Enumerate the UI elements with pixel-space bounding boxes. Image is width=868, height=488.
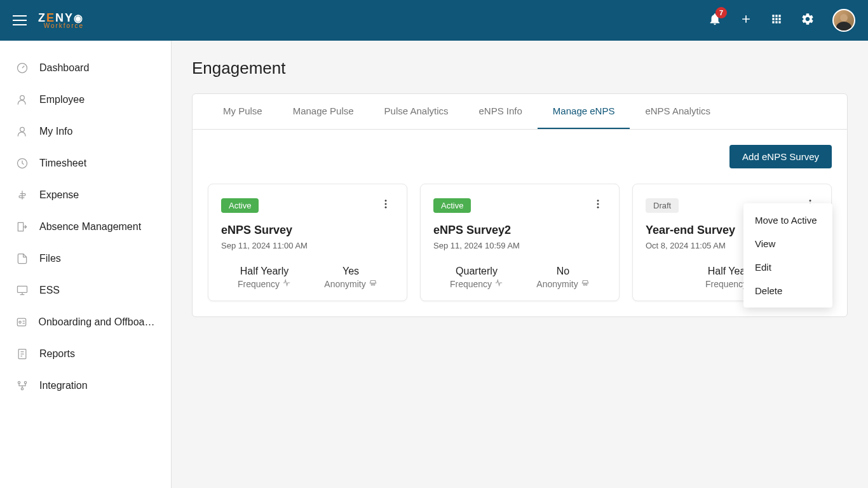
svg-point-11 (21, 388, 23, 390)
card-title: eNPS Survey (221, 224, 394, 237)
card-date: Sep 11, 2024 10:59 AM (433, 241, 606, 250)
sidebar-item-expense[interactable]: Expense (0, 179, 171, 211)
action-bar: Add eNPS Survey (208, 145, 832, 168)
card-date: Sep 11, 2024 11:00 AM (221, 241, 394, 250)
sidebar-item-timesheet[interactable]: Timesheet (0, 147, 171, 179)
sidebar-item-integration[interactable]: Integration (0, 370, 171, 402)
apps-button[interactable] (770, 13, 783, 28)
settings-button[interactable] (801, 12, 815, 29)
survey-cards: Active eNPS Survey Sep 11, 2024 11:00 AM… (208, 184, 832, 301)
add-button[interactable] (740, 13, 752, 28)
sidebar-item-label: Timesheet (39, 158, 86, 169)
tab-my-pulse[interactable]: My Pulse (208, 94, 278, 129)
sidebar-item-label: My Info (39, 126, 72, 137)
notification-badge: 7 (715, 7, 727, 18)
card-dropdown-menu: Move to Active View Edit Delete (743, 203, 832, 308)
survey-card: Draft Year-end Survey Oct 8, 2024 11:05 … (632, 184, 832, 301)
gear-icon (801, 12, 815, 26)
status-badge: Active (221, 198, 259, 213)
svg-rect-4 (18, 222, 23, 231)
survey-card: Active eNPS Survey2 Sep 11, 2024 10:59 A… (420, 184, 620, 301)
stat-frequency: Quarterly Frequency (433, 266, 520, 289)
card-header: Active (433, 196, 606, 215)
more-vert-icon (592, 198, 604, 210)
sidebar-item-employee[interactable]: Employee (0, 84, 171, 116)
grid-icon (770, 13, 783, 25)
stat-label: Frequency (221, 278, 308, 289)
plus-icon (740, 13, 752, 25)
tab-manage-enps[interactable]: Manage eNPS (538, 94, 630, 129)
sidebar-item-label: Onboarding and Offboardi... (39, 316, 156, 328)
sidebar-item-files[interactable]: Files (0, 243, 171, 274)
dropdown-item-edit[interactable]: Edit (743, 255, 832, 279)
tab-pulse-analytics[interactable]: Pulse Analytics (369, 94, 464, 129)
stat-value: No (520, 266, 606, 277)
gauge-icon (15, 61, 29, 75)
sidebar-item-reports[interactable]: Reports (0, 338, 171, 370)
sidebar-item-myinfo[interactable]: My Info (0, 116, 171, 147)
header-left: ZENY◉ Workforce (13, 12, 84, 29)
stat-value: Quarterly (433, 266, 520, 277)
card-stats: Half Yearly Frequency Yes Anonymity (221, 266, 394, 289)
sidebar: Dashboard Employee My Info Timesheet Exp… (0, 41, 172, 488)
svg-point-7 (19, 321, 21, 323)
svg-point-19 (597, 207, 599, 208)
sidebar-item-onboarding[interactable]: Onboarding and Offboardi... (0, 306, 171, 338)
notifications-button[interactable]: 7 (708, 12, 722, 29)
exit-icon (15, 220, 29, 234)
svg-point-2 (20, 127, 25, 132)
page-title: Engagement (192, 58, 848, 78)
sidebar-item-label: Dashboard (39, 62, 89, 74)
card-stats: Quarterly Frequency No Anonymity (433, 266, 606, 289)
person-icon (15, 93, 29, 107)
person-icon (15, 125, 29, 139)
stat-anonymity: Yes Anonymity (308, 266, 394, 289)
pulse-icon (282, 278, 291, 289)
svg-point-14 (385, 207, 387, 208)
app-logo: ZENY◉ Workforce (38, 12, 84, 29)
sidebar-item-label: Files (39, 253, 61, 264)
svg-point-17 (597, 200, 599, 201)
stat-value: Yes (308, 266, 394, 277)
clock-icon (15, 156, 29, 170)
svg-point-10 (24, 381, 26, 383)
tabs: My Pulse Manage Pulse Pulse Analytics eN… (193, 94, 847, 130)
svg-point-9 (18, 381, 20, 383)
tab-enps-info[interactable]: eNPS Info (463, 94, 537, 129)
sidebar-item-absence[interactable]: Absence Management (0, 211, 171, 243)
status-badge: Draft (646, 198, 679, 213)
menu-toggle-button[interactable] (13, 15, 27, 25)
svg-point-21 (585, 284, 587, 285)
user-avatar[interactable] (832, 9, 855, 32)
anonymity-icon (581, 278, 590, 289)
main-content: Engagement My Pulse Manage Pulse Pulse A… (172, 41, 868, 488)
badge-icon (15, 315, 29, 329)
svg-point-22 (810, 200, 811, 201)
add-enps-survey-button[interactable]: Add eNPS Survey (729, 145, 832, 168)
report-icon (15, 347, 29, 361)
tab-content: Add eNPS Survey Active eNPS Survey Sep 1… (193, 130, 847, 316)
stat-label: Anonymity (520, 278, 606, 289)
card-menu-button[interactable] (377, 196, 394, 215)
dropdown-item-view[interactable]: View (743, 232, 832, 255)
dropdown-item-delete[interactable]: Delete (743, 279, 832, 302)
sidebar-item-label: Expense (39, 189, 79, 201)
sidebar-item-label: Absence Management (39, 221, 141, 233)
stat-frequency: Half Yearly Frequency (221, 266, 308, 289)
sidebar-item-label: Reports (39, 348, 75, 360)
sidebar-item-ess[interactable]: ESS (0, 274, 171, 306)
header-right: 7 (708, 9, 855, 32)
sidebar-item-label: Integration (39, 380, 88, 391)
card-title: eNPS Survey2 (433, 224, 606, 237)
survey-card: Active eNPS Survey Sep 11, 2024 11:00 AM… (208, 184, 407, 301)
sidebar-item-label: ESS (39, 285, 60, 296)
stat-label: Anonymity (308, 278, 394, 289)
app-header: ZENY◉ Workforce 7 (0, 0, 868, 41)
dropdown-item-move-to-active[interactable]: Move to Active (743, 208, 832, 232)
tab-manage-pulse[interactable]: Manage Pulse (278, 94, 369, 129)
tab-enps-analytics[interactable]: eNPS Analytics (630, 94, 726, 129)
sidebar-item-dashboard[interactable]: Dashboard (0, 52, 171, 84)
status-badge: Active (433, 198, 471, 213)
more-vert-icon (380, 198, 391, 210)
card-menu-button[interactable] (590, 196, 606, 215)
